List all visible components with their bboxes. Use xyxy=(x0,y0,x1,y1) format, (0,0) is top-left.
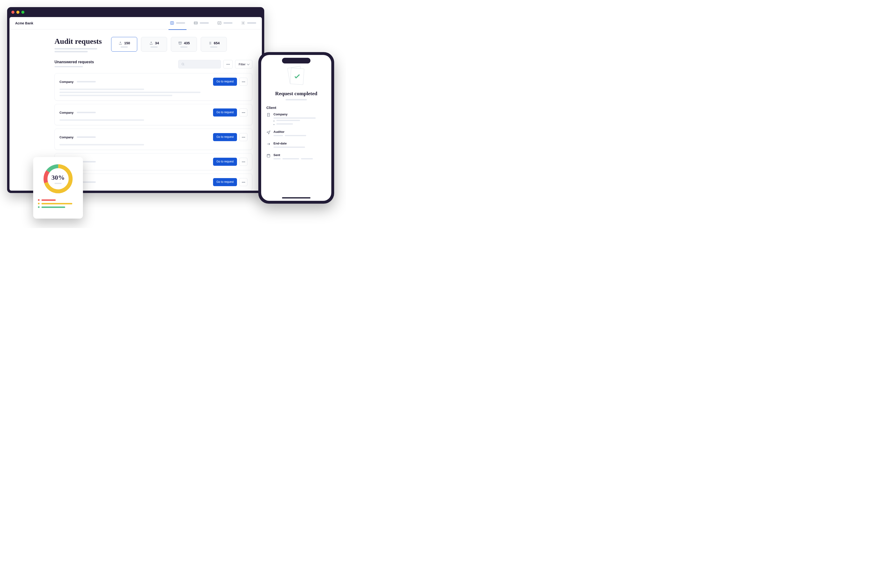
hero-section: Audit requests 150 xyxy=(9,29,262,54)
list-header: Unanswered requests Filter xyxy=(54,60,253,69)
stat-card-1[interactable]: 34 xyxy=(141,37,167,52)
phone-notch xyxy=(282,58,310,63)
check-icon xyxy=(293,72,301,80)
gear-icon xyxy=(241,21,245,25)
chart-icon xyxy=(217,21,221,25)
phone-mockup: Request completed Client Company Audito xyxy=(258,52,334,204)
detail-label: Sent xyxy=(274,153,326,157)
list-icon xyxy=(208,41,212,45)
window-minimize-dot[interactable] xyxy=(17,10,20,14)
go-to-request-button[interactable]: Go to request xyxy=(213,178,237,186)
ellipsis-icon xyxy=(242,112,245,113)
stat-value: 150 xyxy=(124,41,130,45)
ellipsis-icon xyxy=(242,162,245,162)
table-icon xyxy=(194,21,198,25)
nav-item-table[interactable] xyxy=(194,21,209,26)
section-label: Client xyxy=(266,106,326,110)
window-maximize-dot[interactable] xyxy=(21,10,24,14)
legend-dot-green xyxy=(38,206,39,208)
upload-icon xyxy=(119,41,122,45)
svg-point-5 xyxy=(182,63,184,65)
card-more-button[interactable] xyxy=(239,158,247,166)
go-to-request-button[interactable]: Go to request xyxy=(213,108,237,117)
building-icon xyxy=(266,113,271,117)
svg-point-3 xyxy=(243,22,244,24)
go-to-request-button[interactable]: Go to request xyxy=(213,158,237,166)
phone-screen: Request completed Client Company Audito xyxy=(261,55,331,201)
company-label: Company xyxy=(60,111,74,114)
filter-button[interactable]: Filter xyxy=(235,60,253,69)
legend-dot-yellow xyxy=(38,203,39,204)
chevron-down-icon xyxy=(247,63,250,65)
topbar: Acme Bank xyxy=(9,17,262,29)
search-input[interactable] xyxy=(178,60,221,69)
stat-row: 150 34 xyxy=(111,37,227,52)
phone-title: Request completed xyxy=(266,90,326,97)
donut-legend xyxy=(38,199,78,208)
columns-icon xyxy=(170,21,174,25)
ellipsis-icon xyxy=(227,64,230,64)
stat-value: 34 xyxy=(155,41,159,45)
detail-row-company: Company xyxy=(266,112,326,126)
card-more-button[interactable] xyxy=(239,133,247,141)
go-to-request-button[interactable]: Go to request xyxy=(213,78,237,86)
stat-card-2[interactable]: 435 xyxy=(171,37,197,52)
filter-label: Filter xyxy=(239,63,245,66)
request-card: Company Go to request xyxy=(54,73,253,100)
archive-icon xyxy=(178,41,182,45)
stat-card-0[interactable]: 150 xyxy=(111,37,137,52)
go-to-request-button[interactable]: Go to request xyxy=(213,133,237,141)
search-icon xyxy=(181,63,185,66)
request-card: Company Go to request xyxy=(54,129,253,150)
donut-chart: 30% xyxy=(42,162,75,195)
legend-item xyxy=(38,203,78,204)
send-icon xyxy=(266,130,271,135)
svg-rect-7 xyxy=(267,154,270,157)
nav-item-settings[interactable] xyxy=(241,21,256,26)
window-close-dot[interactable] xyxy=(11,10,15,14)
card-more-button[interactable] xyxy=(239,178,247,186)
svg-rect-6 xyxy=(268,113,270,117)
nav-item-analytics[interactable] xyxy=(217,21,233,26)
calendar-icon xyxy=(266,153,271,158)
donut-card: 30% xyxy=(33,157,83,219)
list-controls: Filter xyxy=(178,60,253,69)
top-nav xyxy=(170,21,256,26)
page-title-block: Audit requests xyxy=(54,37,102,54)
stat-value: 435 xyxy=(184,41,190,45)
detail-row-auditor: Auditor xyxy=(266,130,326,137)
success-illustration xyxy=(266,67,326,86)
detail-label: Auditor xyxy=(274,130,326,134)
request-card: Company Go to request xyxy=(54,153,253,170)
more-actions-button[interactable] xyxy=(223,60,233,69)
home-indicator[interactable] xyxy=(282,197,310,198)
detail-label: End-date xyxy=(274,142,326,145)
brand-name: Acme Bank xyxy=(15,21,33,25)
request-list: Company Go to request xyxy=(54,73,253,190)
stat-value: 654 xyxy=(214,41,220,45)
nav-item-columns[interactable] xyxy=(170,21,185,26)
arrow-right-icon xyxy=(266,142,271,146)
detail-row-end-date: End-date xyxy=(266,142,326,149)
legend-item xyxy=(38,206,78,208)
detail-row-sent: Sent xyxy=(266,153,326,160)
request-card: Company Go to request xyxy=(54,174,253,190)
list-heading: Unanswered requests xyxy=(54,60,94,64)
page-title: Audit requests xyxy=(54,37,102,46)
svg-rect-0 xyxy=(170,21,174,24)
browser-chrome xyxy=(7,7,264,17)
card-more-button[interactable] xyxy=(239,108,247,117)
upload-icon xyxy=(149,41,153,45)
svg-rect-1 xyxy=(194,21,197,24)
request-card: Company Go to request xyxy=(54,104,253,125)
ellipsis-icon xyxy=(242,81,245,82)
donut-percent: 30% xyxy=(51,174,65,182)
company-label: Company xyxy=(60,80,74,84)
ellipsis-icon xyxy=(242,182,245,183)
legend-dot-red xyxy=(38,199,39,201)
stat-card-3[interactable]: 654 xyxy=(201,37,227,52)
legend-item xyxy=(38,199,78,201)
svg-rect-4 xyxy=(179,42,182,42)
card-more-button[interactable] xyxy=(239,78,247,86)
company-label: Company xyxy=(60,135,74,139)
